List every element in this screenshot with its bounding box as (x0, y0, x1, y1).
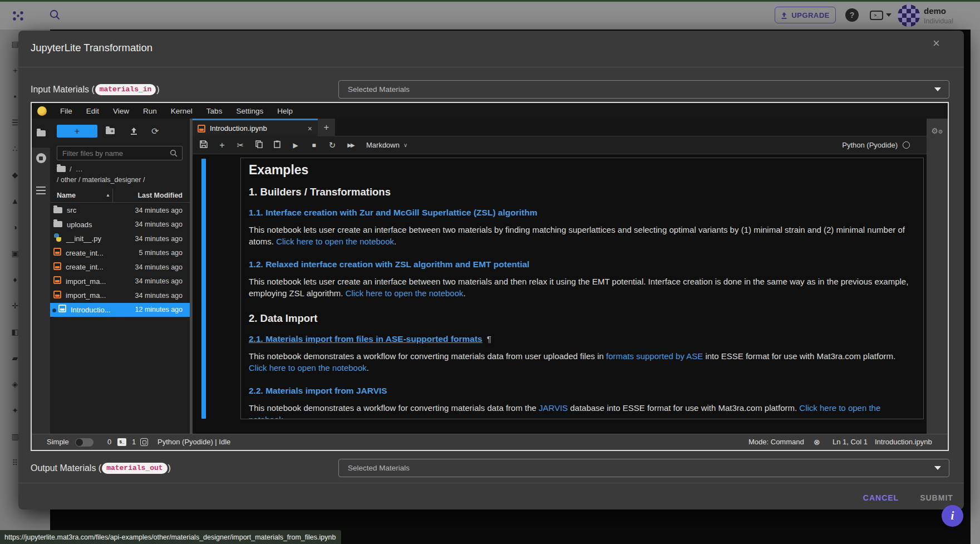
file-row-introductio-[interactable]: Introductio...12 minutes ago (50, 303, 190, 317)
run-icon[interactable]: ▶ (291, 141, 300, 149)
property-inspector-icon[interactable]: ⚙⚙ (927, 126, 948, 135)
terminal-count[interactable]: 0 (107, 438, 111, 446)
file-row-src[interactable]: src34 minutes ago (50, 203, 190, 218)
new-folder-button[interactable]: + (106, 125, 115, 138)
markdown-link[interactable]: Click here to open the notebook (346, 288, 464, 298)
console-button[interactable]: >_ (870, 11, 883, 20)
cell-type-select[interactable]: Markdown (366, 141, 400, 149)
menu-kernel[interactable]: Kernel (164, 107, 199, 115)
markdown-heading-link[interactable]: 1.1. Interface creation with Zur and McG… (249, 208, 915, 218)
file-modified: 34 minutes ago (135, 277, 183, 285)
tab-introduction-ipynb[interactable]: Introduction.ipynb × (193, 119, 318, 136)
avatar[interactable] (898, 4, 920, 27)
tab-file-browser[interactable] (32, 119, 50, 148)
window-top-edge (0, 0, 980, 2)
close-icon[interactable]: × (933, 36, 940, 51)
column-last-modified[interactable]: Last Modified (137, 192, 183, 199)
python-file-icon (53, 233, 62, 242)
fast-forward-icon[interactable]: ▶▶ (346, 142, 355, 148)
menu-run[interactable]: Run (136, 107, 164, 115)
copy-icon[interactable] (254, 140, 263, 150)
input-materials-select[interactable]: Selected Materials (338, 80, 949, 99)
tab-close-icon[interactable]: × (308, 124, 312, 133)
markdown-heading-link[interactable]: 2.2. Materials import from JARVIS (249, 386, 915, 396)
sort-asc-icon[interactable]: ▲ (106, 193, 110, 198)
input-label-paren: ) (156, 85, 159, 95)
column-divider (112, 189, 113, 203)
upload-icon (781, 12, 787, 19)
tab-table-of-contents[interactable] (32, 187, 50, 197)
restart-icon[interactable]: ↻ (328, 140, 337, 150)
kernel-status-label[interactable]: Python (Pyodide) | Idle (157, 438, 230, 446)
notebook-toolbar: + ✂ ▶ ■ ↻ ▶▶ Markdown ∨ Python (Pyodide) (193, 136, 927, 154)
paste-icon[interactable] (273, 140, 282, 150)
filter-files-input[interactable]: Filter files by name (57, 146, 183, 160)
shield-icon[interactable]: ⊗ (814, 438, 820, 447)
markdown-heading-link[interactable]: 1.2. Relaxed interface creation with ZSL… (249, 259, 915, 269)
top-app-bar: UPGRADE ? >_ demo Individual (0, 0, 980, 30)
file-row-create-int-[interactable]: create_int...5 minutes ago (50, 246, 190, 261)
submit-button[interactable]: SUBMIT (914, 493, 959, 502)
file-list: src34 minutes agouploads34 minutes ago__… (50, 203, 190, 317)
file-row--init-py[interactable]: __init__.py34 minutes ago (50, 232, 190, 246)
notebook-icon (58, 305, 66, 312)
file-row-import-ma-[interactable]: import_ma...34 minutes ago (50, 275, 190, 289)
new-launcher-button[interactable]: + (57, 125, 97, 138)
menu-view[interactable]: View (106, 107, 136, 115)
kernel-count[interactable]: 1 (132, 438, 136, 446)
markdown-heading: 2. Data Import (249, 312, 915, 325)
menu-settings[interactable]: Settings (229, 107, 270, 115)
jupyter-menu-bar: FileEditViewRunKernelTabsSettingsHelp (32, 103, 948, 119)
folder-icon (53, 207, 62, 213)
kernel-name[interactable]: Python (Pyodide) (842, 141, 898, 149)
breadcrumb-path[interactable]: / other / materials_designer / (57, 176, 145, 184)
output-materials-label: Output Materials (materials_out) (31, 459, 171, 477)
markdown-heading-link[interactable]: 2.1. Materials import from files in ASE-… (249, 334, 915, 344)
cut-icon[interactable]: ✂ (236, 140, 245, 150)
output-materials-select[interactable]: Selected Materials (338, 459, 949, 477)
home-folder-icon[interactable] (57, 166, 66, 172)
file-row-import-ma-[interactable]: import_ma...34 minutes ago (50, 288, 190, 303)
add-cell-icon[interactable]: + (218, 140, 226, 151)
console-caret-icon[interactable] (886, 13, 892, 17)
info-fab-button[interactable]: i (942, 505, 963, 527)
upgrade-button[interactable]: UPGRADE (775, 7, 836, 23)
refresh-button[interactable]: ⟳ (151, 125, 159, 138)
menu-tabs[interactable]: Tabs (200, 107, 229, 115)
search-icon[interactable] (49, 9, 61, 21)
breadcrumb-root[interactable]: / (70, 165, 72, 173)
menu-edit[interactable]: Edit (80, 107, 106, 115)
input-select-value: Selected Materials (348, 85, 934, 94)
new-tab-button[interactable]: + (318, 119, 335, 136)
column-name[interactable]: Name (57, 192, 76, 199)
markdown-cell[interactable]: Examples1. Builders / Transformations1.1… (240, 158, 924, 419)
markdown-link[interactable]: formats supported by ASE (606, 351, 703, 361)
anchor-pilcrow[interactable]: ¶ (487, 334, 491, 344)
file-row-create-int-[interactable]: create_int...34 minutes ago (50, 260, 190, 275)
notebook-icon (53, 262, 61, 270)
tab-running-sessions[interactable] (32, 153, 50, 165)
file-row-uploads[interactable]: uploads34 minutes ago (50, 218, 190, 232)
upload-button[interactable] (130, 125, 138, 138)
markdown-heading: Examples (249, 163, 915, 178)
markdown-link[interactable]: Click here to open the notebook (276, 237, 394, 246)
help-button[interactable]: ? (845, 8, 859, 22)
selected-cell-bar[interactable] (201, 159, 206, 419)
kernel-icon (140, 438, 148, 446)
search-icon (170, 149, 178, 157)
markdown-link[interactable]: JARVIS (539, 403, 568, 413)
stop-icon[interactable]: ■ (309, 141, 318, 149)
plus-icon: + (324, 122, 329, 133)
markdown-link[interactable]: Click here to open the notebook (249, 363, 367, 373)
breadcrumb[interactable]: / … (57, 164, 83, 173)
save-icon[interactable] (199, 140, 208, 150)
folder-icon (53, 221, 62, 227)
menu-help[interactable]: Help (270, 107, 299, 115)
simple-mode-toggle[interactable] (75, 438, 93, 447)
cancel-button[interactable]: CANCEL (859, 493, 903, 502)
breadcrumb-ellipsis[interactable]: … (76, 165, 83, 173)
menu-file[interactable]: File (53, 107, 79, 115)
mat3ra-logo[interactable] (12, 10, 24, 22)
cursor-position[interactable]: Ln 1, Col 1 (833, 438, 868, 446)
file-modified: 12 minutes ago (135, 306, 183, 313)
